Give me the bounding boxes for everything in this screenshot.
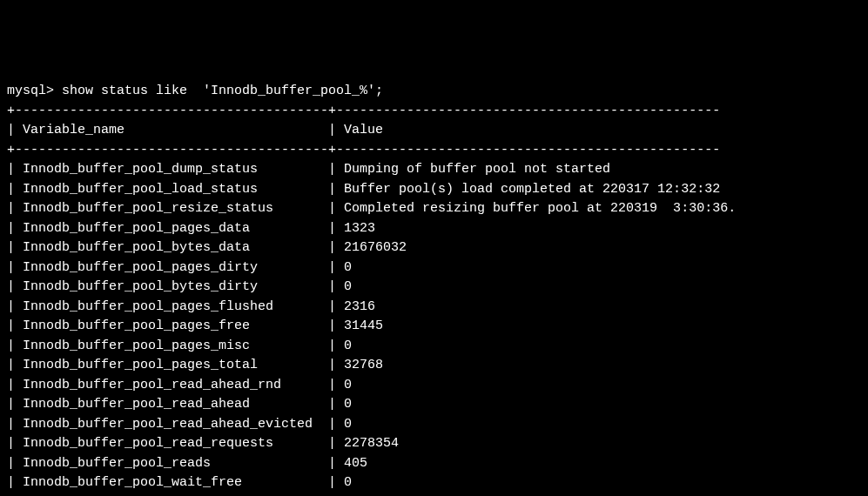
table-header-row: | Variable_name | Value <box>7 123 383 137</box>
table-body: | Innodb_buffer_pool_dump_status | Dumpi… <box>7 162 736 496</box>
terminal-output[interactable]: mysql> show status like 'Innodb_buffer_p… <box>7 82 861 496</box>
sql-command: show status like 'Innodb_buffer_pool_%'; <box>62 84 383 98</box>
mysql-prompt: mysql> <box>7 84 62 98</box>
table-separator-mid: +---------------------------------------… <box>7 143 720 158</box>
table-separator-top: +---------------------------------------… <box>7 104 720 118</box>
